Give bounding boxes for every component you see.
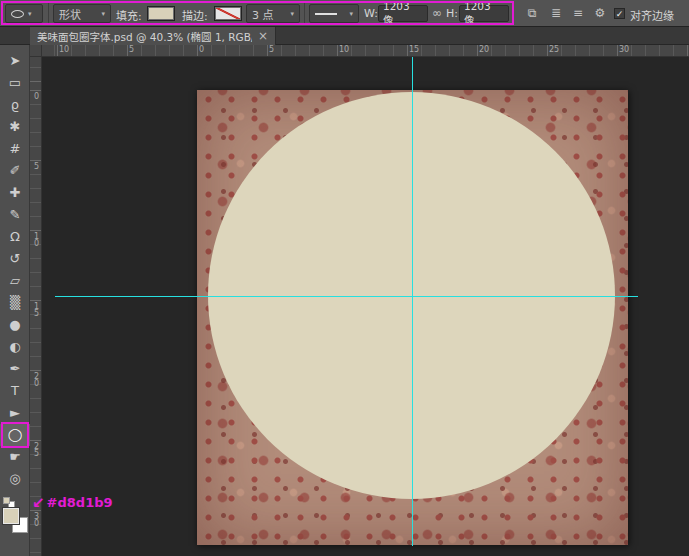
ruler-left-label: 5 bbox=[32, 162, 41, 169]
brush-tool[interactable]: ✎ bbox=[0, 204, 30, 226]
ruler-top-label: 10 bbox=[339, 45, 349, 54]
vertical-guide[interactable] bbox=[412, 57, 413, 546]
pen-tool[interactable]: ✒ bbox=[0, 358, 30, 380]
ruler-top-label: 20 bbox=[479, 45, 489, 54]
path-arrangement-icon[interactable]: ≡ bbox=[568, 5, 588, 22]
ruler-left-label: 10 bbox=[32, 232, 41, 246]
toolbar: ➤▭ϱ✱#✐✚✎Ω↺▱▒●◐✒T►◯☛◎ bbox=[0, 45, 30, 556]
dodge-tool[interactable]: ◐ bbox=[0, 336, 30, 358]
tab-bar: 美味面包圈字体.psd @ 40.3% (椭圆 1, RGB/8*) × bbox=[0, 27, 689, 45]
marquee-tool[interactable]: ▭ bbox=[0, 72, 30, 94]
chevron-down-icon: ▾ bbox=[101, 10, 105, 18]
document-tab[interactable]: 美味面包圈字体.psd @ 40.3% (椭圆 1, RGB/8*) × bbox=[30, 27, 276, 45]
ruler-top-label: 15 bbox=[409, 45, 419, 54]
eraser-tool[interactable]: ▱ bbox=[0, 270, 30, 292]
options-bar: ▾ 形状 ▾ 填充: 描边: 3 点 ▾ ▾ W: 1203 像 ∞ H: 12… bbox=[0, 0, 689, 27]
fill-color-swatch[interactable] bbox=[147, 6, 175, 21]
mini-foreground-swatch[interactable] bbox=[3, 497, 10, 504]
gear-icon[interactable]: ⚙ bbox=[590, 5, 610, 22]
lasso-tool[interactable]: ϱ bbox=[0, 94, 30, 116]
width-label: W: bbox=[364, 7, 378, 20]
horizontal-guide[interactable] bbox=[55, 296, 638, 297]
height-label: H: bbox=[446, 7, 458, 20]
tool-preset-picker[interactable]: ▾ bbox=[5, 4, 43, 23]
link-dimensions-icon[interactable]: ∞ bbox=[429, 5, 445, 22]
hand-tool[interactable]: ☛ bbox=[0, 446, 30, 468]
ruler-left: 051015202530 bbox=[30, 57, 42, 556]
path-alignment-icon[interactable]: ≣ bbox=[546, 5, 566, 22]
stroke-color-swatch[interactable] bbox=[214, 6, 242, 21]
ruler-left-label: 30 bbox=[32, 512, 41, 526]
width-value: 1203 像 bbox=[383, 0, 423, 27]
clone-stamp-tool[interactable]: Ω bbox=[0, 226, 30, 248]
solid-line-icon bbox=[315, 13, 337, 15]
ruler-top-label: 5 bbox=[129, 45, 134, 54]
move-tool[interactable]: ➤ bbox=[0, 50, 30, 72]
ruler-left-label: 20 bbox=[32, 372, 41, 386]
toolbar-tools: ➤▭ϱ✱#✐✚✎Ω↺▱▒●◐✒T►◯☛◎ bbox=[0, 45, 29, 490]
color-hex-text: #d8d1b9 bbox=[47, 495, 113, 510]
foreground-color-swatch[interactable] bbox=[3, 508, 19, 524]
ruler-top-label: 10 bbox=[59, 45, 69, 54]
height-input[interactable]: 1203 像 bbox=[459, 5, 509, 22]
ruler-left-label: 25 bbox=[32, 442, 41, 456]
canvas-area[interactable] bbox=[42, 57, 689, 556]
crop-tool[interactable]: # bbox=[0, 138, 30, 160]
ruler-top-label: 5 bbox=[269, 45, 274, 54]
ruler-top: 10505101520253035 bbox=[42, 45, 689, 57]
chevron-down-icon: ▾ bbox=[349, 10, 353, 18]
photoshop-window: ▾ 形状 ▾ 填充: 描边: 3 点 ▾ ▾ W: 1203 像 ∞ H: 12… bbox=[0, 0, 689, 556]
history-brush-tool[interactable]: ↺ bbox=[0, 248, 30, 270]
blur-tool[interactable]: ● bbox=[0, 314, 30, 336]
fill-label: 填充: bbox=[116, 7, 142, 23]
stroke-width-value: 3 点 bbox=[252, 6, 274, 22]
tool-mode-value: 形状 bbox=[59, 6, 81, 22]
ruler-top-label: 30 bbox=[619, 45, 629, 54]
stroke-label: 描边: bbox=[182, 7, 208, 23]
ruler-left-label: 15 bbox=[32, 302, 41, 316]
stroke-width-input[interactable]: 3 点 ▾ bbox=[246, 4, 300, 23]
document-tab-title: 美味面包圈字体.psd @ 40.3% (椭圆 1, RGB/8*) bbox=[37, 29, 252, 44]
tool-mode-select[interactable]: 形状 ▾ bbox=[53, 4, 111, 23]
align-edges-label: 对齐边缘 bbox=[630, 7, 674, 23]
eyedropper-tool[interactable]: ✐ bbox=[0, 160, 30, 182]
arrow-icon: ↙ bbox=[32, 496, 45, 510]
ruler-top-label: 0 bbox=[199, 45, 204, 54]
width-input[interactable]: 1203 像 bbox=[378, 5, 428, 22]
zoom-tool[interactable]: ◎ bbox=[0, 468, 30, 490]
height-value: 1203 像 bbox=[464, 0, 504, 27]
ruler-corner bbox=[30, 45, 42, 57]
gradient-tool[interactable]: ▒ bbox=[0, 292, 30, 314]
ruler-top-label: 25 bbox=[549, 45, 559, 54]
close-icon[interactable]: × bbox=[258, 29, 268, 43]
chevron-down-icon: ▾ bbox=[28, 10, 32, 18]
ellipse-tool-icon bbox=[11, 10, 24, 18]
path-operations-icon[interactable]: ⧉ bbox=[522, 5, 542, 22]
separator bbox=[48, 3, 49, 24]
quick-selection-tool[interactable]: ✱ bbox=[0, 116, 30, 138]
stroke-style-select[interactable]: ▾ bbox=[309, 4, 359, 23]
path-selection-tool[interactable]: ► bbox=[0, 402, 30, 424]
type-tool[interactable]: T bbox=[0, 380, 30, 402]
color-hex-annotation: ↙ #d8d1b9 bbox=[32, 495, 113, 510]
align-edges-checkbox[interactable]: ✓ bbox=[614, 8, 625, 19]
healing-brush-tool[interactable]: ✚ bbox=[0, 182, 30, 204]
ruler-left-label: 0 bbox=[32, 92, 41, 99]
chevron-down-icon: ▾ bbox=[290, 10, 294, 18]
ellipse-tool[interactable]: ◯ bbox=[0, 424, 30, 446]
separator bbox=[304, 3, 305, 24]
